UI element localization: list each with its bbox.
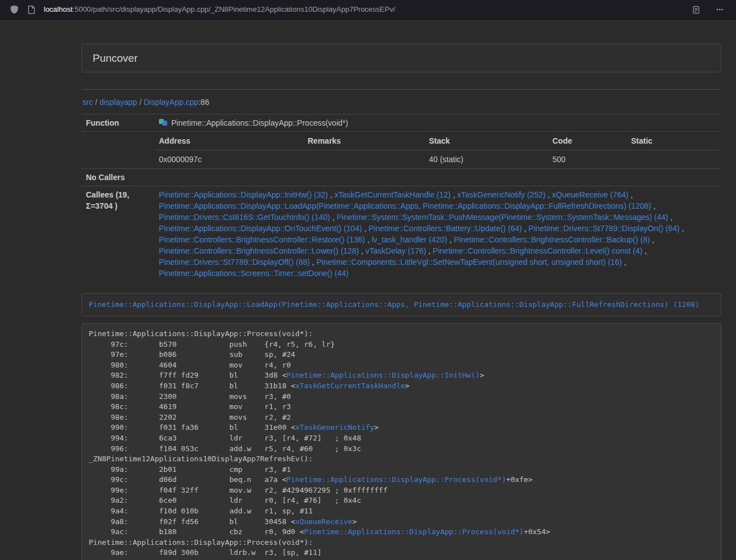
app-title: Puncover [82,44,721,72]
divider [81,89,721,90]
breadcrumb-link-file[interactable]: DisplayApp.cpp [144,98,198,107]
breadcrumb-link-displayapp[interactable]: displayapp [99,98,137,107]
stats-remarks-value [303,150,424,168]
shield-icon[interactable] [9,4,19,15]
callee-separator: , [622,258,627,267]
code-symbol-link[interactable]: Pinetime::Applications::DisplayApp::Init… [286,371,479,379]
url-host: localhost [44,5,72,13]
stats-cell: Address Remarks Stack Code Static 0x0000… [154,131,721,168]
callees-list: Pinetime::Applications::DisplayApp::Init… [159,189,717,279]
callees-cell: Pinetime::Applications::DisplayApp::Init… [154,186,721,282]
callee-link[interactable]: Pinetime::Applications::DisplayApp::Init… [159,190,328,199]
callee-link[interactable]: Pinetime::Drivers::St7789::DisplayOn() (… [528,224,679,233]
callee-link[interactable]: Pinetime::Controllers::BrightnessControl… [159,235,365,244]
breadcrumb: src / displayapp / DisplayApp.cpp:86 [83,97,721,108]
main-content: Puncover src / displayapp / DisplayApp.c… [81,20,721,560]
stats-code-value: 500 [548,150,627,168]
reader-mode-icon[interactable] [691,4,701,15]
callee-separator: , [650,235,655,244]
callee-separator: , [628,190,633,199]
browser-chrome: localhost:5000/path/src/displayapp/Displ… [0,0,736,20]
callee-link[interactable]: xTaskGetCurrentTaskHandle (12) [335,190,451,199]
code-symbol-link[interactable]: xTaskGetCurrentTaskHandle [295,382,405,390]
stats-header-stack: Stack [424,132,548,150]
callee-link[interactable]: vTaskDelay (176) [365,246,426,255]
function-row: Function Pinetime::Applications::Display… [81,114,721,131]
callee-link[interactable]: Pinetime::Components::LittleVgl::SetNewT… [317,258,622,267]
function-icon [159,118,168,125]
stats-header-code: Code [548,132,627,150]
function-label: Function [81,114,154,131]
stats-static-value [627,150,721,168]
callee-separator: , [522,224,529,233]
callee-separator: , [362,224,369,233]
callee-link[interactable]: Pinetime::Applications::DisplayApp::Load… [159,201,651,210]
no-callers-label: No Callers [81,168,154,186]
more-menu-icon[interactable] [715,4,725,15]
callee-separator: , [668,213,673,222]
stats-table: Address Remarks Stack Code Static 0x0000… [154,132,721,168]
app-header-panel: Puncover [81,44,721,72]
code-symbol-link[interactable]: Pinetime::Applications::DisplayApp::Proc… [286,475,506,484]
code-symbol-link[interactable]: xQueueReceive [295,517,353,526]
page-info-icon[interactable] [26,4,36,15]
callee-link[interactable]: Pinetime::Controllers::BrightnessControl… [159,246,359,255]
callee-separator: , [426,246,433,255]
callee-link[interactable]: Pinetime::Applications::DisplayApp::OnTo… [159,224,362,233]
url-bar[interactable]: localhost:5000/path/src/displayapp/Displ… [44,4,395,15]
snippet-link[interactable]: Pinetime::Applications::DisplayApp::Load… [89,300,700,309]
callee-link[interactable]: Pinetime::Controllers::BrightnessControl… [433,246,642,255]
stats-address-value: 0x0000097c [154,150,303,168]
callee-separator: , [328,190,335,199]
callee-separator: , [680,224,684,233]
stats-header-remarks: Remarks [303,132,424,150]
stats-row-container: Address Remarks Stack Code Static 0x0000… [81,131,721,168]
stats-row-spacer [81,131,154,168]
function-name: Pinetime::Applications::DisplayApp::Proc… [171,118,348,127]
callee-separator: , [651,201,656,210]
callee-separator: , [642,246,647,255]
callee-separator: , [330,213,337,222]
breadcrumb-separator: / [93,98,100,107]
callee-link[interactable]: Pinetime::System::SystemTask::PushMessag… [337,213,669,222]
stats-header-address: Address [154,132,303,150]
callee-link[interactable]: xTaskGenericNotify (252) [457,190,545,199]
callees-row: Callees (19, Σ=3704 ) Pinetime::Applicat… [81,186,721,282]
no-callers-cell [154,168,721,186]
callee-separator: , [447,235,454,244]
chrome-toolbar-right [691,4,728,15]
stats-header-row: Address Remarks Stack Code Static [154,132,721,150]
callee-link[interactable]: Pinetime::Drivers::St7789::DisplayOff() … [159,258,310,267]
callees-label: Callees (19, Σ=3704 ) [81,186,154,282]
code-symbol-link[interactable]: Pinetime::Applications::DisplayApp::Proc… [304,527,524,536]
callee-link[interactable]: lv_task_handler (420) [372,235,447,244]
function-name-cell: Pinetime::Applications::DisplayApp::Proc… [154,114,721,131]
code-symbol-link[interactable]: xTaskGenericNotify [295,423,374,432]
callee-link[interactable]: Pinetime::Controllers::BrightnessControl… [454,235,650,244]
callee-link[interactable]: Pinetime::Drivers::Cst816S::GetTouchInfo… [159,213,330,222]
breadcrumb-line-number: :86 [198,98,209,107]
callee-separator: , [365,235,372,244]
snippet-panel: Pinetime::Applications::DisplayApp::Load… [81,293,721,316]
function-table: Function Pinetime::Applications::Display… [81,114,721,282]
callee-separator: , [310,258,317,267]
url-path: :5000/path/src/displayapp/DisplayApp.cpp… [72,5,395,13]
disassembly-code: Pinetime::Applications::DisplayApp::Proc… [81,323,721,560]
callee-link[interactable]: xQueueReceive (764) [552,190,628,199]
callee-link[interactable]: Pinetime::Controllers::Battery::Update()… [369,224,522,233]
callee-separator: , [546,190,552,199]
stats-value-row: 0x0000097c 40 (static) 500 [154,150,721,168]
breadcrumb-separator: / [137,98,144,107]
callee-link[interactable]: Pinetime::Applications::Screens::Timer::… [159,269,349,278]
stats-stack-value: 40 (static) [424,150,548,168]
breadcrumb-link-src[interactable]: src [83,98,93,107]
stats-header-static: Static [627,132,721,150]
no-callers-row: No Callers [81,168,721,186]
callee-separator: , [451,190,458,199]
callee-separator: , [359,246,365,255]
